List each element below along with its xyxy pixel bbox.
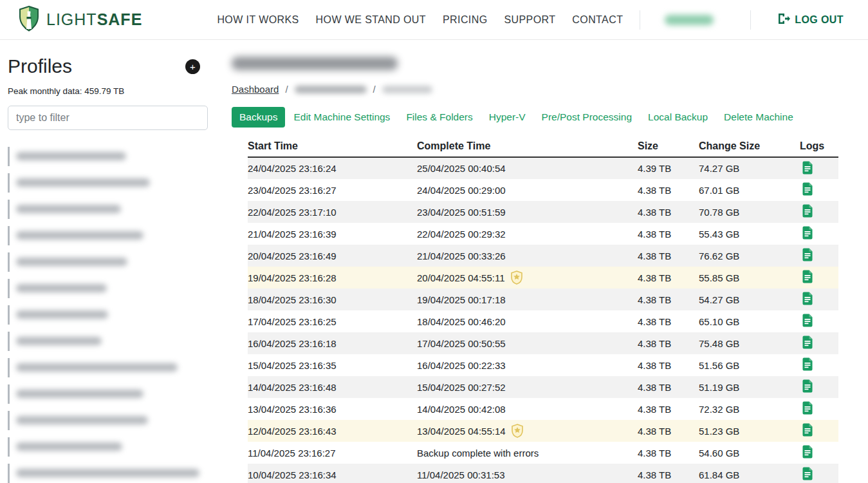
cell-complete-time: 18/04/2025 00:46:20 [417,310,638,332]
column-header: Size [638,137,699,157]
cell-complete-time: 20/04/2025 04:55:11 [417,267,638,289]
log-document-icon[interactable] [802,401,813,415]
backups-table: Start TimeComplete TimeSizeChange SizeLo… [248,137,838,483]
profile-name-redacted [16,416,148,424]
username-redacted[interactable] [665,15,714,25]
tab-delete-machine[interactable]: Delete Machine [716,107,801,128]
log-document-icon[interactable] [802,314,813,327]
tab-backups[interactable]: Backups [232,107,285,128]
add-profile-button[interactable]: + [185,59,200,74]
main-content: Dashboard / / BackupsEdit Machine Settin… [232,40,868,483]
profile-name-redacted [16,390,143,398]
profiles-title: Profiles [8,55,72,77]
profile-list-item[interactable] [8,354,214,381]
log-document-icon[interactable] [802,292,813,305]
log-document-icon[interactable] [802,445,813,459]
machine-tabs: BackupsEdit Machine SettingsFiles & Fold… [232,107,868,128]
cell-complete-time: 11/04/2025 00:31:53 [417,464,638,483]
log-document-icon[interactable] [802,182,813,196]
profile-name-redacted [16,178,150,187]
tab-edit-machine-settings[interactable]: Edit Machine Settings [286,107,398,128]
profile-list-item[interactable] [8,249,214,275]
cell-change-size: 70.78 GB [699,201,800,223]
profile-name-redacted [16,442,122,451]
log-document-icon[interactable] [802,379,813,393]
logout-icon [778,13,790,27]
breadcrumb-dashboard-link[interactable]: Dashboard [232,84,279,95]
profile-list-item[interactable] [8,143,214,169]
profile-item-marker [8,147,10,166]
profile-list-item[interactable] [8,196,214,222]
table-row: 10/04/2025 23:16:3411/04/2025 00:31:534.… [248,464,838,483]
brand-name: LIGHTSAFE [46,10,142,29]
table-row: 19/04/2025 23:16:2820/04/2025 04:55:114.… [248,267,838,289]
breadcrumb-redacted-link[interactable] [295,86,367,93]
cell-logs [800,201,838,223]
cell-change-size: 74.27 GB [699,157,800,179]
tab-pre-post-processing[interactable]: Pre/Post Processing [534,107,640,128]
cell-change-size: 51.19 GB [699,376,800,398]
log-document-icon[interactable] [802,357,813,371]
log-document-icon[interactable] [802,270,813,283]
profile-list-item[interactable] [8,275,214,301]
cell-change-size: 55.43 GB [699,223,800,245]
nav-link[interactable]: CONTACT [572,14,623,26]
log-document-icon[interactable] [802,226,813,240]
profile-item-marker [8,200,10,219]
cell-logs [800,398,838,420]
log-document-icon[interactable] [802,204,813,218]
log-document-icon[interactable] [802,467,813,480]
nav-link[interactable]: HOW WE STAND OUT [316,14,426,26]
nav-link[interactable]: HOW IT WORKS [217,14,299,26]
breadcrumb-redacted-current [382,86,432,93]
cell-change-size: 54.27 GB [699,289,800,310]
cell-start-time: 15/04/2025 23:16:35 [248,354,417,376]
cell-change-size: 51.23 GB [699,420,800,442]
tab-hyper-v[interactable]: Hyper-V [481,107,533,128]
cell-size: 4.38 TB [638,201,699,223]
log-document-icon[interactable] [802,161,813,175]
cell-logs [800,442,838,464]
nav-link[interactable]: PRICING [443,14,487,26]
cell-logs [800,464,838,483]
table-row: 11/04/2025 23:16:27Backup complete with … [248,442,838,464]
top-navbar: LIGHTSAFE HOW IT WORKSHOW WE STAND OUTPR… [0,0,868,40]
log-document-icon[interactable] [802,248,813,261]
cell-size: 4.38 TB [638,267,699,289]
cell-complete-time: 16/04/2025 00:22:33 [417,354,638,376]
profile-item-marker [8,252,10,272]
peak-monthly-data: Peak monthly data: 459.79 TB [8,86,214,96]
profile-list-item[interactable] [8,328,214,354]
profile-list-item[interactable] [8,169,214,196]
profile-item-marker [8,332,10,351]
lighthouse-shield-icon [18,6,40,34]
cell-change-size: 61.84 GB [699,464,800,483]
cell-complete-time: 14/04/2025 00:42:08 [417,398,638,420]
profile-list-item[interactable] [8,301,214,328]
profile-name-redacted [16,258,127,266]
brand-logo[interactable]: LIGHTSAFE [18,6,142,34]
profile-list-item[interactable] [8,460,214,483]
tab-local-backup[interactable]: Local Backup [640,107,716,128]
divider [750,10,751,30]
cell-logs [800,332,838,354]
profile-filter-input[interactable] [8,106,208,130]
nav-link[interactable]: SUPPORT [504,14,556,26]
tab-files-folders[interactable]: Files & Folders [398,107,480,128]
profile-list-item[interactable] [8,381,214,407]
log-document-icon[interactable] [802,336,813,349]
cell-complete-time: Backup complete with errors [417,442,638,464]
cell-logs [800,289,838,310]
profile-list-item[interactable] [8,222,214,249]
cell-complete-time: 17/04/2025 00:50:55 [417,332,638,354]
cell-complete-time: 19/04/2025 00:17:18 [417,289,638,310]
logout-button[interactable]: LOG OUT [778,13,844,27]
cell-start-time: 11/04/2025 23:16:27 [248,442,417,464]
profile-list-item[interactable] [8,407,214,433]
cell-start-time: 23/04/2025 23:16:27 [248,179,417,201]
log-document-icon[interactable] [802,423,813,437]
profile-item-marker [8,464,10,483]
table-row: 12/04/2025 23:16:4313/04/2025 04:55:144.… [248,420,838,442]
profile-list-item[interactable] [8,433,214,460]
table-row: 15/04/2025 23:16:3516/04/2025 00:22:334.… [248,354,838,376]
